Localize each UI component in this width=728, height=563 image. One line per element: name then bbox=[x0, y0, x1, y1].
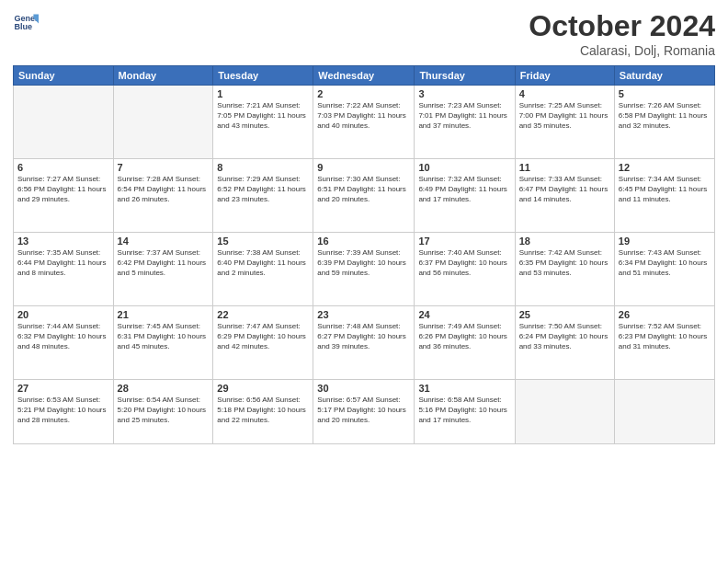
calendar-cell: 29Sunrise: 6:56 AM Sunset: 5:18 PM Dayli… bbox=[213, 380, 313, 444]
calendar-cell: 25Sunrise: 7:50 AM Sunset: 6:24 PM Dayli… bbox=[515, 306, 614, 380]
day-number: 14 bbox=[118, 236, 210, 247]
day-detail: Sunrise: 7:22 AM Sunset: 7:03 PM Dayligh… bbox=[317, 101, 410, 131]
calendar-cell: 28Sunrise: 6:54 AM Sunset: 5:20 PM Dayli… bbox=[113, 380, 213, 444]
day-number: 1 bbox=[217, 88, 309, 99]
day-number: 15 bbox=[217, 236, 309, 247]
day-number: 29 bbox=[217, 383, 309, 394]
day-detail: Sunrise: 7:21 AM Sunset: 7:05 PM Dayligh… bbox=[217, 101, 309, 131]
calendar-page: General Blue October 2024 Calarasi, Dolj… bbox=[0, 0, 728, 563]
day-detail: Sunrise: 7:52 AM Sunset: 6:23 PM Dayligh… bbox=[619, 322, 711, 351]
week-row-2: 6Sunrise: 7:27 AM Sunset: 6:56 PM Daylig… bbox=[14, 159, 715, 233]
day-detail: Sunrise: 7:40 AM Sunset: 6:37 PM Dayligh… bbox=[418, 248, 510, 278]
day-detail: Sunrise: 7:50 AM Sunset: 6:24 PM Dayligh… bbox=[519, 322, 610, 351]
calendar-cell: 12Sunrise: 7:34 AM Sunset: 6:45 PM Dayli… bbox=[614, 159, 714, 233]
calendar-cell: 2Sunrise: 7:22 AM Sunset: 7:03 PM Daylig… bbox=[313, 86, 415, 159]
day-number: 13 bbox=[17, 236, 109, 247]
day-detail: Sunrise: 7:35 AM Sunset: 6:44 PM Dayligh… bbox=[17, 248, 109, 278]
logo: General Blue bbox=[13, 9, 39, 35]
calendar-cell: 22Sunrise: 7:47 AM Sunset: 6:29 PM Dayli… bbox=[213, 306, 313, 380]
day-detail: Sunrise: 7:25 AM Sunset: 7:00 PM Dayligh… bbox=[519, 101, 610, 131]
day-number: 22 bbox=[217, 309, 309, 320]
calendar-cell bbox=[614, 380, 714, 444]
day-detail: Sunrise: 6:57 AM Sunset: 5:17 PM Dayligh… bbox=[317, 396, 410, 425]
calendar-cell: 15Sunrise: 7:38 AM Sunset: 6:40 PM Dayli… bbox=[213, 233, 313, 306]
day-number: 2 bbox=[317, 88, 410, 99]
calendar-cell: 9Sunrise: 7:30 AM Sunset: 6:51 PM Daylig… bbox=[313, 159, 415, 233]
logo-icon: General Blue bbox=[13, 9, 39, 35]
calendar-cell: 10Sunrise: 7:32 AM Sunset: 6:49 PM Dayli… bbox=[415, 159, 515, 233]
day-detail: Sunrise: 7:28 AM Sunset: 6:54 PM Dayligh… bbox=[118, 175, 210, 204]
calendar-cell: 21Sunrise: 7:45 AM Sunset: 6:31 PM Dayli… bbox=[113, 306, 213, 380]
week-row-4: 20Sunrise: 7:44 AM Sunset: 6:32 PM Dayli… bbox=[14, 306, 715, 380]
day-detail: Sunrise: 7:32 AM Sunset: 6:49 PM Dayligh… bbox=[418, 175, 510, 204]
week-row-1: 1Sunrise: 7:21 AM Sunset: 7:05 PM Daylig… bbox=[14, 86, 715, 159]
day-number: 11 bbox=[519, 162, 610, 173]
day-number: 26 bbox=[619, 309, 711, 320]
day-detail: Sunrise: 6:58 AM Sunset: 5:16 PM Dayligh… bbox=[418, 396, 510, 425]
calendar-cell: 4Sunrise: 7:25 AM Sunset: 7:00 PM Daylig… bbox=[515, 86, 614, 159]
calendar-cell: 24Sunrise: 7:49 AM Sunset: 6:26 PM Dayli… bbox=[415, 306, 515, 380]
calendar-cell: 13Sunrise: 7:35 AM Sunset: 6:44 PM Dayli… bbox=[14, 233, 114, 306]
day-number: 28 bbox=[118, 383, 210, 394]
weekday-header-row: SundayMondayTuesdayWednesdayThursdayFrid… bbox=[14, 66, 715, 86]
calendar-table: SundayMondayTuesdayWednesdayThursdayFrid… bbox=[13, 65, 715, 444]
day-number: 3 bbox=[418, 88, 510, 99]
day-number: 21 bbox=[118, 309, 210, 320]
day-number: 5 bbox=[619, 88, 711, 99]
calendar-cell: 7Sunrise: 7:28 AM Sunset: 6:54 PM Daylig… bbox=[113, 159, 213, 233]
month-title: October 2024 bbox=[529, 9, 715, 43]
day-number: 23 bbox=[317, 309, 410, 320]
weekday-header-saturday: Saturday bbox=[614, 66, 714, 86]
day-number: 16 bbox=[317, 236, 410, 247]
weekday-header-sunday: Sunday bbox=[14, 66, 114, 86]
day-detail: Sunrise: 7:23 AM Sunset: 7:01 PM Dayligh… bbox=[418, 101, 510, 131]
day-detail: Sunrise: 6:53 AM Sunset: 5:21 PM Dayligh… bbox=[17, 396, 109, 425]
day-detail: Sunrise: 7:26 AM Sunset: 6:58 PM Dayligh… bbox=[619, 101, 711, 131]
day-detail: Sunrise: 7:49 AM Sunset: 6:26 PM Dayligh… bbox=[418, 322, 510, 351]
calendar-cell: 17Sunrise: 7:40 AM Sunset: 6:37 PM Dayli… bbox=[415, 233, 515, 306]
day-detail: Sunrise: 7:42 AM Sunset: 6:35 PM Dayligh… bbox=[519, 248, 610, 278]
day-detail: Sunrise: 7:44 AM Sunset: 6:32 PM Dayligh… bbox=[17, 322, 109, 351]
calendar-cell bbox=[113, 86, 213, 159]
calendar-cell: 26Sunrise: 7:52 AM Sunset: 6:23 PM Dayli… bbox=[614, 306, 714, 380]
calendar-cell: 8Sunrise: 7:29 AM Sunset: 6:52 PM Daylig… bbox=[213, 159, 313, 233]
svg-text:Blue: Blue bbox=[14, 22, 32, 31]
day-number: 31 bbox=[418, 383, 510, 394]
calendar-cell bbox=[14, 86, 114, 159]
weekday-header-wednesday: Wednesday bbox=[313, 66, 415, 86]
day-detail: Sunrise: 6:54 AM Sunset: 5:20 PM Dayligh… bbox=[118, 396, 210, 425]
day-detail: Sunrise: 7:47 AM Sunset: 6:29 PM Dayligh… bbox=[217, 322, 309, 351]
day-detail: Sunrise: 7:27 AM Sunset: 6:56 PM Dayligh… bbox=[17, 175, 109, 204]
day-number: 8 bbox=[217, 162, 309, 173]
day-number: 18 bbox=[519, 236, 610, 247]
weekday-header-tuesday: Tuesday bbox=[213, 66, 313, 86]
day-detail: Sunrise: 7:48 AM Sunset: 6:27 PM Dayligh… bbox=[317, 322, 410, 351]
calendar-cell: 31Sunrise: 6:58 AM Sunset: 5:16 PM Dayli… bbox=[415, 380, 515, 444]
day-number: 27 bbox=[17, 383, 109, 394]
calendar-cell: 11Sunrise: 7:33 AM Sunset: 6:47 PM Dayli… bbox=[515, 159, 614, 233]
day-detail: Sunrise: 7:43 AM Sunset: 6:34 PM Dayligh… bbox=[619, 248, 711, 278]
calendar-cell: 18Sunrise: 7:42 AM Sunset: 6:35 PM Dayli… bbox=[515, 233, 614, 306]
day-detail: Sunrise: 7:37 AM Sunset: 6:42 PM Dayligh… bbox=[118, 248, 210, 278]
week-row-3: 13Sunrise: 7:35 AM Sunset: 6:44 PM Dayli… bbox=[14, 233, 715, 306]
calendar-cell: 27Sunrise: 6:53 AM Sunset: 5:21 PM Dayli… bbox=[14, 380, 114, 444]
week-row-5: 27Sunrise: 6:53 AM Sunset: 5:21 PM Dayli… bbox=[14, 380, 715, 444]
day-number: 19 bbox=[619, 236, 711, 247]
calendar-cell: 16Sunrise: 7:39 AM Sunset: 6:39 PM Dayli… bbox=[313, 233, 415, 306]
calendar-cell: 6Sunrise: 7:27 AM Sunset: 6:56 PM Daylig… bbox=[14, 159, 114, 233]
weekday-header-monday: Monday bbox=[113, 66, 213, 86]
weekday-header-friday: Friday bbox=[515, 66, 614, 86]
day-detail: Sunrise: 7:30 AM Sunset: 6:51 PM Dayligh… bbox=[317, 175, 410, 204]
calendar-cell: 5Sunrise: 7:26 AM Sunset: 6:58 PM Daylig… bbox=[614, 86, 714, 159]
day-number: 25 bbox=[519, 309, 610, 320]
day-detail: Sunrise: 7:33 AM Sunset: 6:47 PM Dayligh… bbox=[519, 175, 610, 204]
day-detail: Sunrise: 7:34 AM Sunset: 6:45 PM Dayligh… bbox=[619, 175, 711, 204]
day-detail: Sunrise: 7:38 AM Sunset: 6:40 PM Dayligh… bbox=[217, 248, 309, 278]
day-detail: Sunrise: 6:56 AM Sunset: 5:18 PM Dayligh… bbox=[217, 396, 309, 425]
day-detail: Sunrise: 7:45 AM Sunset: 6:31 PM Dayligh… bbox=[118, 322, 210, 351]
calendar-cell: 30Sunrise: 6:57 AM Sunset: 5:17 PM Dayli… bbox=[313, 380, 415, 444]
calendar-cell: 14Sunrise: 7:37 AM Sunset: 6:42 PM Dayli… bbox=[113, 233, 213, 306]
weekday-header-thursday: Thursday bbox=[415, 66, 515, 86]
title-block: October 2024 Calarasi, Dolj, Romania bbox=[529, 9, 715, 58]
location: Calarasi, Dolj, Romania bbox=[529, 43, 715, 58]
